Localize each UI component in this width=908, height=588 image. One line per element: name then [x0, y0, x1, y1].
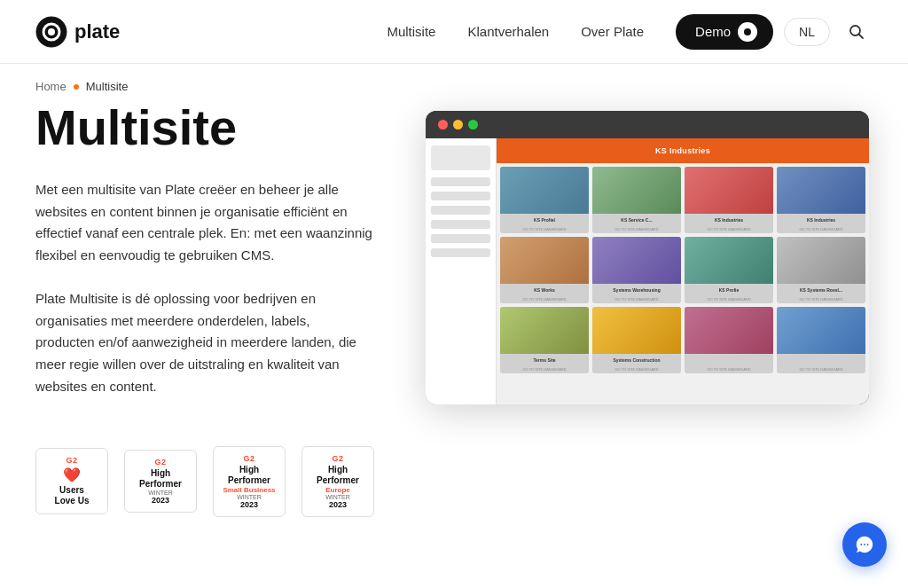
badge-high-performer-2: G2 HighPerformer Small Business WINTER 2…: [213, 446, 286, 517]
browser-sidebar: [426, 138, 497, 404]
browser-grid: KS Profiel GO TO SITE DASHBOARD KS Servi…: [497, 163, 869, 377]
badges-row: G2 ❤️ UsersLove Us G2 HighPerformer WINT…: [0, 419, 908, 535]
breadcrumb-current: Multisite: [86, 80, 129, 93]
badge-users-love-us: G2 ❤️ UsersLove Us: [35, 448, 108, 514]
badge-g2-label-2: G2: [243, 454, 254, 463]
badge-g2-label-0: G2: [66, 456, 77, 465]
badge-season-3: WINTER: [325, 494, 350, 500]
badge-subtitle-2: Small Business: [223, 486, 275, 494]
demo-button[interactable]: Demo: [676, 14, 773, 50]
grid-cell-8: Terms Site GO TO SITE DASHBOARD: [500, 307, 589, 373]
badge-year-2: 2023: [240, 500, 258, 509]
nav-link-klantverhalen[interactable]: Klantverhalen: [467, 24, 549, 39]
browser-top-bar-text: KS Industries: [655, 146, 710, 155]
breadcrumb-separator: [74, 84, 79, 90]
badge-title-1: HighPerformer: [139, 468, 182, 490]
navigation: plate Multisite Klantverhalen Over Plate…: [0, 0, 908, 64]
badge-title-0: UsersLove Us: [55, 485, 90, 506]
browser-content: KS Industries KS Profiel GO TO SITE DASH…: [426, 138, 869, 404]
badge-g2-label-1: G2: [154, 458, 166, 466]
grid-cell-6: KS Profie GO TO SITE DASHBOARD: [685, 237, 773, 303]
browser-dot-red: [438, 120, 448, 129]
right-column: KS Industries KS Profiel GO TO SITE DASH…: [426, 102, 873, 404]
sidebar-item-mock-4: [431, 220, 490, 229]
badge-title-3: HighPerformer: [317, 465, 359, 486]
breadcrumb-home[interactable]: Home: [35, 80, 67, 93]
left-column: Multisite Met een multisite van Plate cr…: [35, 102, 372, 419]
grid-cell-11: GO TO SITE DASHBOARD: [777, 307, 865, 373]
grid-cell-3: KS Industries GO TO SITE DASHBOARD: [777, 167, 865, 233]
grid-cell-9: Systems Construction GO TO SITE DASHBOAR…: [592, 307, 681, 373]
grid-cell-2: KS Industries GO TO SITE DASHBOARD: [685, 167, 773, 233]
sidebar-item-mock-3: [431, 206, 490, 215]
browser-dot-yellow: [453, 120, 463, 129]
grid-cell-1: KS Service C... GO TO SITE DASHBOARD: [592, 167, 681, 233]
page-title: Multisite: [35, 102, 372, 154]
chat-button[interactable]: [842, 522, 887, 567]
hero-paragraph-1: Met een multisite van Plate creëer en be…: [35, 179, 372, 267]
svg-line-4: [859, 34, 864, 38]
logo-text: plate: [74, 20, 120, 43]
nav-link-over-plate[interactable]: Over Plate: [581, 24, 644, 39]
nav-link-multisite[interactable]: Multisite: [387, 24, 435, 39]
browser-top-bar: KS Industries: [497, 138, 869, 163]
main-content: Multisite Met een multisite van Plate cr…: [0, 102, 908, 419]
grid-cell-7: KS Systems Roesl... GO TO SITE DASHBOARD: [777, 237, 865, 303]
sidebar-item-mock-5: [431, 234, 490, 243]
nav-actions: Demo NL: [676, 14, 873, 50]
chat-icon: [855, 535, 874, 554]
badge-heart-icon: ❤️: [63, 466, 81, 483]
badge-year-3: 2023: [329, 500, 347, 509]
breadcrumb: Home Multisite: [0, 64, 908, 102]
browser-bar: [426, 111, 869, 138]
grid-cell-4: KS Works GO TO SITE DASHBOARD: [500, 237, 589, 303]
svg-point-2: [48, 28, 55, 35]
badge-year-1: 2023: [152, 496, 169, 505]
nav-links: Multisite Klantverhalen Over Plate: [387, 24, 644, 39]
demo-toggle-icon: [738, 22, 757, 42]
browser-mockup: KS Industries KS Profiel GO TO SITE DASH…: [426, 111, 869, 404]
grid-cell-5: Systems Warehousing GO TO SITE DASHBOARD: [592, 237, 681, 303]
logo[interactable]: plate: [35, 16, 120, 48]
browser-dot-green: [468, 120, 478, 129]
badge-season-2: WINTER: [237, 494, 262, 500]
search-button[interactable]: [841, 16, 873, 48]
grid-cell-10: GO TO SITE DASHBOARD: [685, 307, 773, 373]
sidebar-item-mock-6: [431, 248, 490, 257]
badge-subtitle-3: Europe: [325, 486, 350, 494]
badge-high-performer-3: G2 HighPerformer Europe WINTER 2023: [301, 446, 374, 517]
search-icon: [849, 24, 865, 40]
language-button[interactable]: NL: [784, 18, 830, 46]
plate-logo-icon: [35, 16, 67, 48]
hero-paragraph-2: Plate Multisite is dé oplossing voor bed…: [35, 288, 372, 398]
badge-high-performer-1: G2 HighPerformer WINTER 2023: [124, 450, 197, 513]
badge-title-2: HighPerformer: [228, 465, 270, 486]
grid-cell-0: KS Profiel GO TO SITE DASHBOARD: [500, 167, 589, 233]
sidebar-item-mock-1: [431, 177, 490, 186]
sidebar-header-mock: [431, 145, 490, 170]
browser-main-area: KS Industries KS Profiel GO TO SITE DASH…: [497, 138, 869, 404]
badge-season-1: WINTER: [148, 490, 173, 496]
badge-g2-label-3: G2: [332, 454, 343, 463]
sidebar-item-mock-2: [431, 192, 490, 200]
